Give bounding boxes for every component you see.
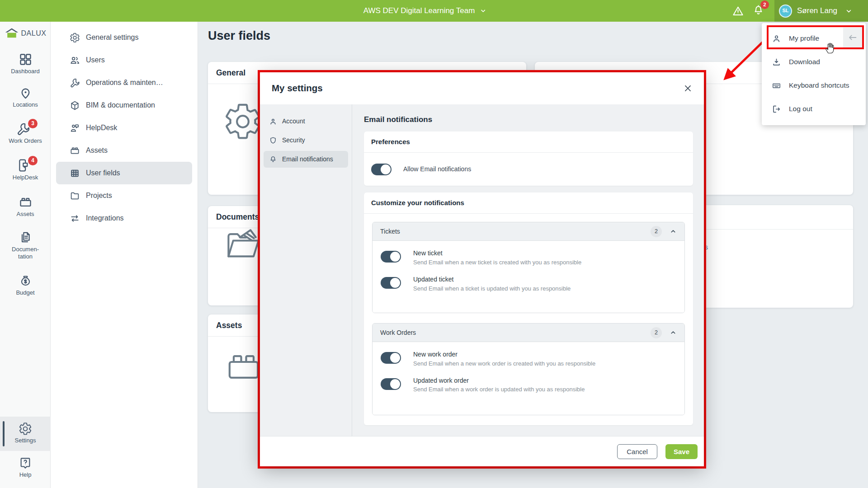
money-bag-icon	[19, 274, 33, 288]
sidebar-item-settings[interactable]: Settings	[0, 417, 51, 451]
my-settings-modal: My settings Account Security	[260, 72, 704, 466]
tab-security[interactable]: Security	[264, 132, 348, 149]
gear-icon	[223, 102, 263, 141]
save-button[interactable]: Save	[665, 444, 698, 459]
settings-nav-user-fields[interactable]: User fields	[56, 162, 192, 184]
settings-nav-projects[interactable]: Projects	[56, 184, 192, 207]
sidebar-item-help[interactable]: Help	[0, 456, 51, 479]
settings-nav-bim[interactable]: BIM & documentation	[56, 94, 192, 117]
settings-nav-label: Integrations	[86, 214, 124, 222]
sidebar-item-label: tation	[0, 253, 51, 260]
chevron-up-icon[interactable]	[670, 228, 677, 235]
arrow-left-icon	[848, 33, 858, 42]
warning-icon[interactable]	[731, 5, 745, 17]
sidebar-item-label: Documen-	[0, 246, 51, 253]
team-name: AWS DEV Digital Learning Team	[363, 6, 475, 15]
chevron-up-icon[interactable]	[670, 329, 677, 336]
user-dropdown-menu: My profile Download Keyboard shortcuts L…	[762, 23, 866, 125]
brick-icon	[70, 145, 80, 156]
helpdesk-badge: 4	[28, 156, 38, 165]
toggle-knob	[390, 252, 400, 262]
settings-nav-users[interactable]: Users	[56, 49, 192, 71]
tab-label: Account	[282, 117, 305, 125]
settings-nav-general[interactable]: General settings	[56, 26, 192, 49]
cancel-button[interactable]: Cancel	[617, 444, 657, 459]
tab-label: Email notifications	[282, 155, 333, 163]
sidebar-item-assets[interactable]: Assets	[0, 195, 51, 218]
panel-title: Preferences	[364, 131, 693, 153]
sidebar-item-budget[interactable]: Budget	[0, 274, 51, 296]
accordion-header-work-orders[interactable]: Work Orders 2	[373, 324, 684, 342]
modal-tab-list: Account Security Email notifications	[260, 104, 352, 436]
settings-nav-operations[interactable]: Operations & mainten…	[56, 71, 192, 94]
menu-item-keyboard-shortcuts[interactable]: Keyboard shortcuts	[762, 74, 866, 97]
logout-icon	[772, 104, 781, 114]
accordion-body: New work order Send Email when a new wor…	[373, 342, 684, 415]
notification-setting-row: Updated work order Send Email when a wor…	[381, 377, 676, 393]
toggle-new-ticket[interactable]	[381, 251, 401, 263]
setting-description: Send Email when a ticket is updated with…	[413, 285, 571, 292]
close-icon[interactable]	[684, 84, 692, 93]
count-badge: 2	[651, 226, 662, 237]
dashboard-icon	[19, 52, 33, 66]
house-icon	[5, 27, 19, 39]
notification-badge: 2	[760, 0, 769, 9]
bell-icon	[269, 155, 277, 164]
person-chat-icon	[70, 123, 80, 133]
tab-label: Security	[282, 136, 305, 144]
user-menu-button[interactable]: SL Søren Lang	[774, 0, 868, 22]
sync-arrows-icon	[70, 213, 80, 224]
gear-icon	[19, 422, 32, 436]
dalux-logo[interactable]: DALUX	[0, 27, 51, 39]
sidebar-item-work-orders[interactable]: 3 Work Orders	[0, 122, 51, 145]
documents-icon	[19, 230, 33, 244]
avatar: SL	[779, 5, 792, 18]
help-icon	[19, 456, 32, 470]
users-icon	[70, 55, 80, 66]
cube-icon	[70, 100, 80, 111]
settings-nav-helpdesk[interactable]: HelpDesk	[56, 117, 192, 139]
notification-setting-row: New work order Send Email when a new wor…	[381, 351, 676, 367]
settings-nav-label: Projects	[86, 191, 112, 200]
sidebar-item-documentation[interactable]: Documen- tation	[0, 230, 51, 260]
sidebar-item-label: Locations	[0, 101, 51, 108]
chevron-down-icon	[479, 7, 486, 14]
menu-item-log-out[interactable]: Log out	[762, 97, 866, 121]
preference-row: Allow Email notifications	[364, 153, 693, 186]
team-selector[interactable]: AWS DEV Digital Learning Team	[363, 0, 487, 22]
toggle-allow-email-notifications[interactable]	[371, 164, 392, 175]
active-indicator	[3, 421, 5, 446]
toggle-new-work-order[interactable]	[381, 352, 401, 364]
settings-nav-label: Operations & mainten…	[86, 78, 163, 87]
notification-setting-row: New ticket Send Email when a new ticket …	[381, 249, 676, 266]
settings-nav-assets[interactable]: Assets	[56, 139, 192, 162]
sidebar-item-dashboard[interactable]: Dashboard	[0, 52, 51, 75]
setting-description: Send Email when a work order is updated …	[413, 386, 585, 393]
top-bar: AWS DEV Digital Learning Team 2 SL Søren…	[0, 0, 868, 22]
settings-nav: General settings Users Operations & main…	[51, 22, 198, 488]
accordion-tickets: Tickets 2 New ticket Send Email when a n…	[372, 222, 685, 313]
customize-body: Tickets 2 New ticket Send Email when a n…	[364, 214, 693, 425]
toggle-updated-work-order[interactable]	[381, 378, 401, 390]
settings-nav-integrations[interactable]: Integrations	[56, 207, 192, 230]
menu-item-download[interactable]: Download	[762, 50, 866, 74]
notifications-button[interactable]: 2	[752, 5, 764, 17]
sidebar-item-label: Help	[0, 471, 51, 479]
sidebar-item-label: Work Orders	[0, 137, 51, 145]
modal-content: Email notifications Preferences Allow Em…	[352, 104, 704, 436]
setting-description: Send Email when a new ticket is created …	[413, 259, 581, 266]
location-pin-icon	[19, 86, 33, 100]
wrench-icon	[70, 78, 80, 88]
tab-account[interactable]: Account	[264, 113, 348, 130]
notification-setting-row: Updated ticket Send Email when a ticket …	[381, 276, 676, 292]
tab-email-notifications[interactable]: Email notifications	[264, 151, 348, 168]
menu-item-label: My profile	[789, 34, 819, 43]
settings-nav-label: General settings	[86, 33, 139, 42]
panel-title: Customize your notifications	[364, 192, 693, 214]
sidebar-item-helpdesk[interactable]: 4 HelpDesk	[0, 158, 51, 181]
section-heading: Email notifications	[364, 115, 693, 124]
sidebar-item-locations[interactable]: Locations	[0, 86, 51, 108]
toggle-updated-ticket[interactable]	[381, 277, 401, 289]
setting-label: Updated work order	[413, 377, 585, 385]
accordion-header-tickets[interactable]: Tickets 2	[373, 222, 684, 241]
